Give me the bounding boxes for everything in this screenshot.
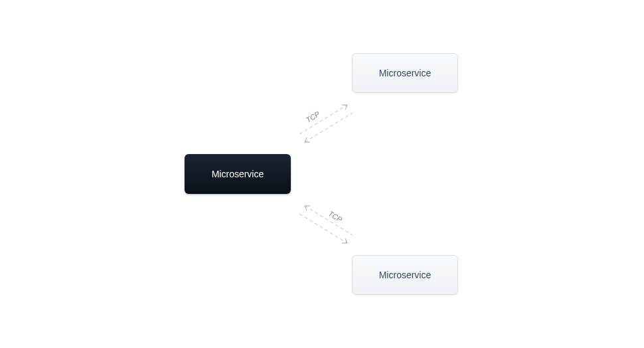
- microservice-node-top-right-label: Microservice: [379, 68, 432, 78]
- microservice-node-left: Microservice: [185, 154, 291, 194]
- arrowhead-icon: [305, 206, 310, 211]
- connector-top-label: TCP: [304, 110, 321, 124]
- connector-bottom-label: TCP: [327, 209, 343, 224]
- arrowhead-icon: [305, 137, 310, 142]
- connector-bottom: [0, 0, 644, 348]
- microservice-node-top-right: Microservice: [352, 53, 458, 93]
- arrowhead-icon: [342, 105, 347, 110]
- microservice-node-left-label: Microservice: [212, 169, 264, 179]
- microservice-node-bottom-right: Microservice: [352, 255, 458, 295]
- connector-top: [0, 0, 644, 348]
- arrowhead-icon: [342, 238, 347, 243]
- microservice-node-bottom-right-label: Microservice: [379, 270, 432, 280]
- connector-bottom-line-a: [305, 206, 353, 235]
